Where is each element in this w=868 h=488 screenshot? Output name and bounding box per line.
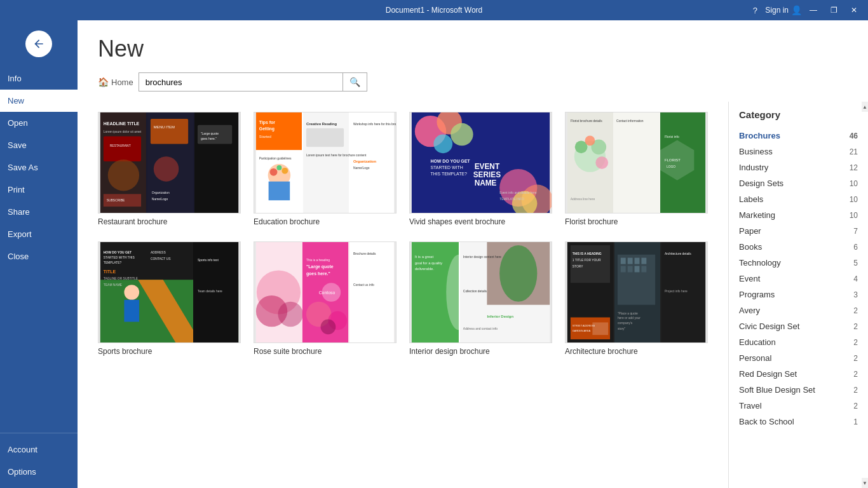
category-item[interactable]: Labels10 <box>739 191 858 207</box>
svg-point-13 <box>154 156 179 182</box>
svg-text:Team details here: Team details here <box>198 290 222 293</box>
svg-text:STREET ADDRESS: STREET ADDRESS <box>573 324 595 327</box>
maximize-button[interactable]: ❐ <box>825 4 843 17</box>
svg-text:TEMPLATE?: TEMPLATE? <box>104 261 122 264</box>
home-link[interactable]: 🏠 Home <box>98 77 133 87</box>
sign-in-area: Sign in 👤 <box>765 5 802 15</box>
sidebar-item-save[interactable]: Save <box>0 134 78 156</box>
svg-text:THIS IS A HEADING: THIS IS A HEADING <box>573 252 602 255</box>
sidebar-label-print: Print <box>8 185 25 194</box>
category-count: 21 <box>850 147 858 156</box>
svg-text:goes here.": goes here." <box>306 271 330 276</box>
template-thumbnail: This is a heading "Large quote goes here… <box>254 241 397 343</box>
help-button[interactable]: ? <box>747 4 763 17</box>
svg-point-89 <box>278 302 303 327</box>
category-label: Design Sets <box>739 179 783 188</box>
svg-text:Interior design content here: Interior design content here <box>463 255 501 259</box>
svg-point-73 <box>124 285 139 300</box>
category-item[interactable]: Industry12 <box>739 159 858 175</box>
template-name: Sports brochure <box>98 347 241 356</box>
main-header: New 🏠 Home 🔍 <box>78 20 868 102</box>
template-thumbnail: HEADLINE TITLE Lorem ipsum dolor sit ame… <box>98 112 241 214</box>
back-button[interactable] <box>25 30 52 57</box>
category-count: 5 <box>853 259 858 268</box>
svg-text:Getting: Getting <box>259 126 275 132</box>
template-name: Education brochure <box>254 217 397 226</box>
svg-text:Contact information: Contact information <box>616 119 644 123</box>
svg-text:LOGO: LOGO <box>667 165 675 168</box>
category-label: Soft Blue Design Set <box>739 385 815 395</box>
template-item[interactable]: Florist info FLORIST LOGO Florist brochu… <box>565 112 708 226</box>
category-item[interactable]: Programs3 <box>739 287 858 302</box>
svg-rect-22 <box>303 112 349 213</box>
close-button[interactable]: ✕ <box>845 4 863 17</box>
category-item[interactable]: Brochures46 <box>739 128 858 144</box>
category-item[interactable]: Travel2 <box>739 398 858 414</box>
svg-text:HOW DO YOU GET: HOW DO YOU GET <box>431 159 471 163</box>
template-thumbnail: It is a great goal for a quality deliver… <box>409 241 552 343</box>
scroll-up-arrow[interactable]: ▲ <box>862 102 868 112</box>
sidebar-item-open[interactable]: Open <box>0 112 78 134</box>
svg-text:Workshop info here for this br: Workshop info here for this brochure tem… <box>353 123 396 126</box>
template-item[interactable]: It is a great goal for a quality deliver… <box>409 241 552 356</box>
svg-text:STORY: STORY <box>573 265 583 268</box>
sidebar-item-saveas[interactable]: Save As <box>0 156 78 179</box>
template-item[interactable]: HOW DO YOU GET STARTED WITH THIS TEMPLAT… <box>409 112 552 226</box>
category-item[interactable]: Technology5 <box>739 255 858 271</box>
sign-in-link[interactable]: Sign in <box>765 6 789 15</box>
category-item[interactable]: Back to School1 <box>739 414 858 430</box>
category-item[interactable]: Avery2 <box>739 302 858 318</box>
category-label: Education <box>739 337 776 347</box>
minimize-button[interactable]: — <box>804 4 822 17</box>
sidebar-item-share[interactable]: Share <box>0 201 78 223</box>
templates-area: HEADLINE TITLE Lorem ipsum dolor sit ame… <box>78 102 868 488</box>
template-item[interactable]: THIS IS A HEADING 1 TITLE FOR YOUR STORY… <box>565 241 708 356</box>
sidebar-item-close[interactable]: Close <box>0 245 78 268</box>
category-label: Avery <box>739 306 760 315</box>
category-item[interactable]: Books6 <box>739 239 858 255</box>
category-label: Technology <box>739 258 781 268</box>
svg-text:Inferior Design: Inferior Design <box>487 315 513 318</box>
sidebar-item-account[interactable]: Account <box>0 438 78 461</box>
category-item[interactable]: Marketing10 <box>739 207 858 223</box>
template-item[interactable]: Tips for Getting Started Particip <box>254 112 397 226</box>
app-body: Info New Open Save Save As Print Share E… <box>0 20 868 488</box>
template-item[interactable]: HEADLINE TITLE Lorem ipsum dolor sit ame… <box>98 112 241 226</box>
category-item[interactable]: Education2 <box>739 334 858 350</box>
sidebar-item-options[interactable]: Options <box>0 461 78 483</box>
category-item[interactable]: Business21 <box>739 144 858 159</box>
category-item[interactable]: Soft Blue Design Set2 <box>739 382 858 398</box>
category-item[interactable]: Event4 <box>739 271 858 287</box>
svg-text:goes here.": goes here." <box>201 137 217 140</box>
category-item[interactable]: Personal2 <box>739 350 858 366</box>
category-item[interactable]: Design Sets10 <box>739 175 858 191</box>
search-input[interactable] <box>139 74 342 91</box>
sidebar-item-print[interactable]: Print <box>0 179 78 201</box>
category-item[interactable]: Civic Design Set2 <box>739 318 858 334</box>
category-count: 2 <box>853 322 858 331</box>
template-item[interactable]: This is a heading "Large quote goes here… <box>254 241 397 356</box>
category-count: 2 <box>853 338 858 347</box>
category-count: 46 <box>850 132 858 140</box>
svg-text:goal for a quality: goal for a quality <box>415 261 442 265</box>
sidebar-item-info[interactable]: Info <box>0 67 78 90</box>
sidebar-item-export[interactable]: Export <box>0 223 78 245</box>
category-item[interactable]: Red Design Set2 <box>739 366 858 382</box>
svg-point-42 <box>451 123 473 146</box>
category-label: Labels <box>739 194 763 204</box>
sidebar-item-new[interactable]: New <box>0 90 78 112</box>
scroll-down-arrow[interactable]: ▼ <box>862 478 868 488</box>
sidebar-label-share: Share <box>8 207 30 217</box>
template-name: Florist brochure <box>565 217 708 226</box>
svg-text:HOW DO YOU GET: HOW DO YOU GET <box>104 251 132 254</box>
svg-text:"Place a quote: "Place a quote <box>618 312 638 315</box>
svg-text:Started: Started <box>259 135 271 139</box>
category-item[interactable]: Paper7 <box>739 223 858 239</box>
svg-text:Brochure details: Brochure details <box>353 252 376 255</box>
template-item[interactable]: HOW DO YOU GET STARTED WITH THIS TEMPLAT… <box>98 241 241 356</box>
category-count: 10 <box>850 211 858 220</box>
svg-text:NAME: NAME <box>475 179 497 187</box>
search-button[interactable]: 🔍 <box>342 73 367 91</box>
category-count: 10 <box>850 179 858 188</box>
svg-text:RESTAURANT: RESTAURANT <box>110 144 131 147</box>
